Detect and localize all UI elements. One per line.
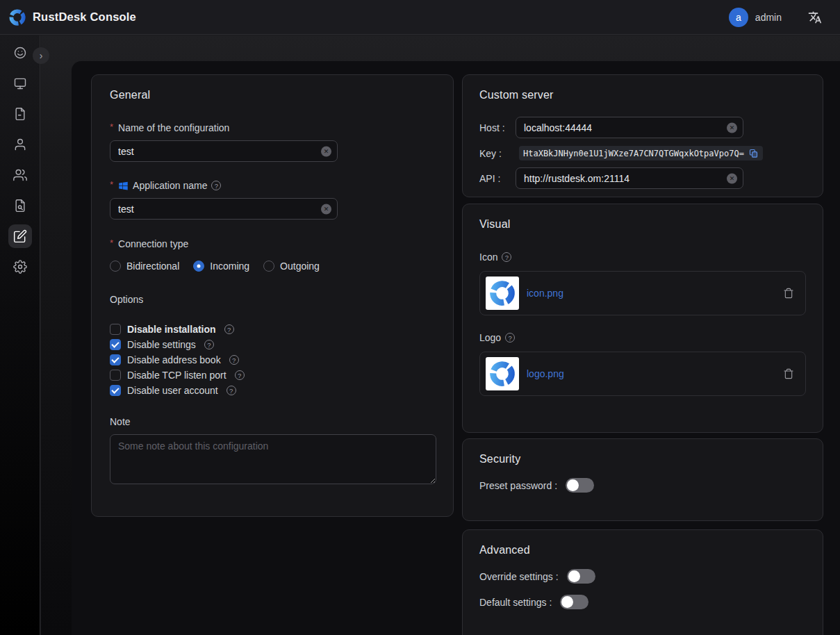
logo-file-link[interactable]: logo.png — [527, 368, 564, 379]
icon-file-link[interactable]: icon.png — [527, 288, 563, 299]
default-settings-toggle[interactable] — [560, 595, 588, 609]
gear-icon — [13, 260, 27, 274]
api-row: API : ✕ — [479, 167, 806, 189]
monitor-icon — [13, 76, 27, 90]
preset-password-toggle[interactable] — [566, 478, 594, 493]
key-label: Key : — [479, 148, 516, 159]
icon-file-box: icon.png — [479, 271, 806, 315]
config-name-label: * Name of the configuration — [110, 122, 435, 133]
security-card: Security Preset password : — [462, 438, 823, 521]
clear-icon[interactable]: ✕ — [321, 204, 331, 214]
logo-file-box: logo.png — [479, 352, 806, 396]
override-settings-row: Override settings : — [479, 569, 806, 584]
checkbox-disable-tcp-listen-port[interactable]: Disable TCP listen port ? — [110, 368, 435, 383]
sidebar-item-groups[interactable] — [8, 163, 32, 187]
config-name-input[interactable] — [110, 140, 338, 162]
advanced-title: Advanced — [479, 544, 806, 556]
general-card: General * Name of the configuration ✕ * — [91, 74, 454, 517]
security-title: Security — [479, 453, 806, 465]
smiley-icon — [13, 46, 27, 60]
checkbox-icon — [110, 324, 121, 335]
help-icon[interactable]: ? — [505, 333, 515, 343]
preset-password-label: Preset password : — [479, 480, 557, 491]
application-name-input[interactable] — [110, 198, 338, 220]
user-name[interactable]: admin — [755, 12, 782, 23]
copy-icon[interactable] — [748, 148, 759, 158]
sidebar-item-settings[interactable] — [8, 255, 32, 279]
radio-icon — [110, 261, 121, 272]
checkbox-icon — [110, 385, 121, 396]
api-input[interactable] — [516, 167, 743, 189]
checkbox-icon — [110, 370, 121, 381]
api-label: API : — [479, 173, 516, 184]
required-marker: * — [110, 179, 113, 190]
default-settings-row: Default settings : — [479, 595, 806, 609]
checkbox-disable-user-account[interactable]: Disable user account ? — [110, 383, 435, 398]
logo-thumbnail — [486, 357, 519, 390]
checkbox-disable-settings[interactable]: Disable settings ? — [110, 337, 435, 352]
options-label: Options — [110, 294, 435, 305]
visual-card: Visual Icon ? icon.png — [462, 204, 823, 433]
file-icon — [13, 107, 27, 121]
icon-label: Icon ? — [479, 251, 806, 263]
override-settings-toggle[interactable] — [567, 569, 595, 584]
language-icon[interactable] — [808, 10, 822, 24]
checkbox-disable-installation[interactable]: Disable installation ? — [110, 322, 435, 337]
sidebar-item-dashboard[interactable] — [8, 41, 32, 65]
application-name-input-wrap: ✕ — [110, 198, 338, 220]
host-label: Host : — [479, 122, 516, 133]
radio-incoming[interactable]: Incoming — [193, 261, 249, 272]
help-icon[interactable]: ? — [502, 252, 511, 262]
file-search-icon — [13, 199, 27, 213]
clear-icon[interactable]: ✕ — [727, 122, 737, 133]
rustdesk-console-app: RustDesk Console a admin — [0, 0, 840, 635]
custom-server-card: Custom server Host : ✕ Key : HtaXBkJNHyn… — [462, 74, 823, 197]
key-row: Key : HtaXBkJNHyn0e1U1jWXze7A7CN7QTGWqxk… — [479, 146, 806, 160]
connection-type-label: * Connection type — [110, 238, 435, 249]
host-row: Host : ✕ — [479, 117, 806, 138]
required-marker: * — [110, 122, 113, 132]
note-textarea[interactable] — [110, 434, 436, 484]
help-icon[interactable]: ? — [224, 324, 234, 334]
default-settings-label: Default settings : — [479, 597, 552, 608]
custom-server-title: Custom server — [479, 89, 806, 101]
trash-icon[interactable] — [783, 288, 794, 299]
checkbox-disable-address-book[interactable]: Disable address book ? — [110, 352, 435, 368]
radio-bidirectional[interactable]: Bidirectional — [110, 261, 179, 272]
content-background: General * Name of the configuration ✕ * — [41, 35, 840, 635]
sidebar-item-sessions[interactable] — [8, 102, 32, 126]
avatar[interactable]: a — [729, 8, 748, 27]
radio-icon — [263, 261, 274, 272]
help-icon[interactable]: ? — [204, 340, 214, 349]
help-icon[interactable]: ? — [235, 370, 245, 380]
sidebar-item-devices[interactable] — [8, 72, 32, 95]
sidebar-item-custom-client[interactable] — [8, 224, 32, 248]
radio-icon — [193, 261, 204, 272]
help-icon[interactable]: ? — [229, 355, 239, 365]
help-icon[interactable]: ? — [227, 386, 236, 395]
sidebar-expand-button[interactable]: › — [33, 47, 49, 64]
header: RustDesk Console a admin — [0, 0, 840, 35]
users-icon — [13, 168, 27, 182]
advanced-card: Advanced Override settings : Default set… — [462, 529, 823, 635]
trash-icon[interactable] — [783, 368, 794, 379]
app-title: RustDesk Console — [33, 10, 136, 24]
edit-icon — [13, 229, 27, 243]
application-name-label: * Application name ? — [110, 180, 435, 191]
connection-type-radio-group: Bidirectional Incoming Outgoing — [110, 261, 435, 272]
sidebar-item-users[interactable] — [8, 133, 32, 156]
help-icon[interactable]: ? — [211, 181, 221, 190]
sidebar-item-audit[interactable] — [8, 194, 32, 217]
general-card-title: General — [110, 89, 435, 101]
required-marker: * — [110, 238, 113, 248]
checkbox-icon — [110, 354, 121, 365]
clear-icon[interactable]: ✕ — [727, 173, 737, 183]
config-name-input-wrap: ✕ — [110, 140, 338, 162]
radio-outgoing[interactable]: Outgoing — [263, 261, 320, 272]
host-input[interactable] — [516, 117, 743, 138]
clear-icon[interactable]: ✕ — [321, 146, 331, 156]
server-key-value[interactable]: HtaXBkJNHyn0e1U1jWXze7A7CN7QTGWqxkOtpaVp… — [519, 146, 763, 160]
sidebar — [0, 35, 40, 635]
chevron-right-icon: › — [40, 51, 43, 60]
preset-password-row: Preset password : — [479, 478, 806, 493]
